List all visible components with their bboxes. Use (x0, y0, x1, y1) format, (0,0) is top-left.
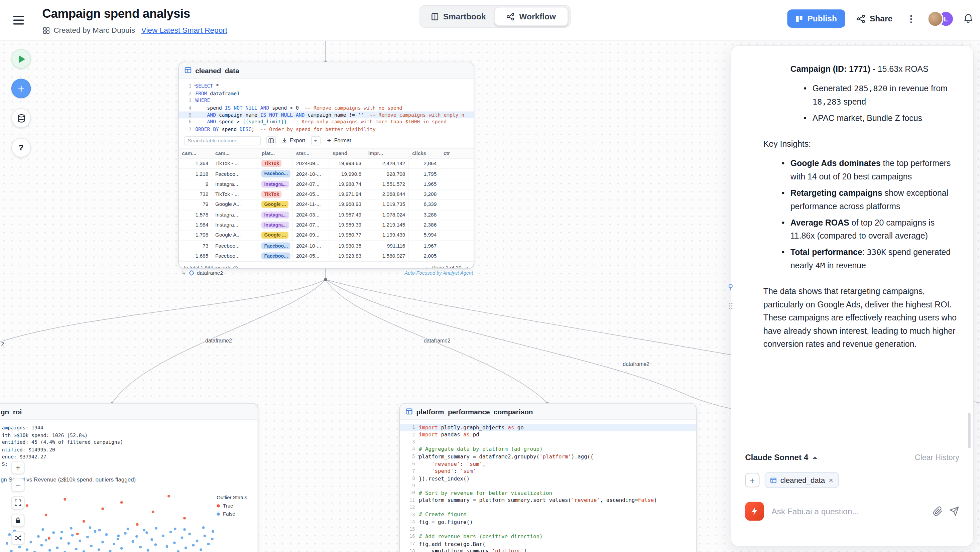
data-sources-button[interactable] (11, 108, 31, 128)
avatar[interactable] (927, 10, 943, 27)
code-line[interactable]: 8}).reset_index() (400, 474, 696, 482)
column-header[interactable]: clicks (409, 149, 441, 158)
node-campaign-roi[interactable]: gn_roi ampaigns: 1944ith ≥$10k spend: 10… (0, 403, 258, 552)
code-line[interactable]: 12 (400, 504, 696, 511)
fit-view-button[interactable] (11, 496, 25, 509)
table-cell (441, 200, 474, 210)
table-cell: 19,923.83 (329, 251, 365, 261)
scatter-point (124, 532, 126, 534)
chat-scrollbar[interactable] (968, 413, 970, 449)
code-line[interactable]: 6 'revenue': 'sum', (400, 460, 696, 468)
zoom-out-button[interactable]: − (11, 479, 25, 492)
node-header[interactable]: gn_roi (0, 404, 258, 420)
attach-button[interactable] (933, 506, 943, 516)
sql-code[interactable]: 1SELECT *2FROM dataframe13WHERE4 spend I… (179, 79, 474, 133)
code-line[interactable]: 4 spend IS NOT NULL AND spend > 0 -- Rem… (179, 104, 474, 111)
table-row[interactable]: 732TikTok - ...TikTok2024-05...19,971.94… (179, 189, 474, 200)
code-line[interactable]: 5 AND campaign_name IS NOT NULL AND camp… (179, 111, 474, 119)
python-code[interactable]: 1import plotly.graph_objects as go2impor… (400, 420, 696, 552)
column-header[interactable]: spend (329, 149, 365, 158)
code-line[interactable]: 6 AND spend > {{spend_limit}} -- Keep on… (179, 119, 474, 126)
run-workflow-button[interactable] (11, 49, 31, 68)
column-header[interactable]: cam... (212, 149, 259, 158)
chat-input[interactable] (770, 506, 926, 517)
tab-smartbook[interactable]: Smartbook (422, 8, 494, 25)
table-cell: 1,078,024 (365, 210, 409, 220)
send-button[interactable] (949, 506, 959, 516)
panel-anchor-icon[interactable] (727, 283, 734, 291)
table-row[interactable]: 1,984Instagra...Instagra...2024-07...19,… (179, 220, 474, 231)
column-header[interactable]: star... (293, 149, 329, 158)
code-line[interactable]: 1import plotly.graph_objects as go (400, 424, 696, 431)
info-icon[interactable] (233, 265, 238, 269)
code-line[interactable]: 7ORDER BY spend DESC; -- Order by spend … (179, 126, 474, 133)
share-button[interactable]: Share (854, 14, 895, 23)
add-node-button[interactable]: + (11, 79, 31, 98)
shuffle-layout-button[interactable] (11, 531, 25, 545)
node-platform-performance[interactable]: platform_performance_comparison 1import … (399, 403, 697, 552)
table-row[interactable]: 1,578Instagra...Instagra...2024-03...19,… (179, 210, 474, 221)
edge-port-dot[interactable] (324, 278, 327, 281)
next-page-button[interactable]: › (466, 264, 469, 269)
format-button[interactable]: Format (326, 137, 351, 144)
code-line[interactable]: 3WHERE (179, 97, 474, 104)
code-line[interactable]: 16# Add revenue bars (positive direction… (400, 533, 696, 540)
code-line[interactable]: 5platform_summary = dataframe2.groupby('… (400, 453, 696, 460)
node-header[interactable]: cleaned_data (179, 62, 474, 79)
node-title: cleaned_data (195, 67, 239, 74)
prev-page-button[interactable]: ‹ (425, 264, 427, 269)
table-row[interactable]: 73Faceboo...Faceboo...2024-10-...19,930.… (179, 241, 474, 251)
node-cleaned-data[interactable]: cleaned_data 1SELECT *2FROM dataframe13W… (178, 62, 474, 269)
column-header[interactable]: impr... (365, 149, 409, 158)
table-row[interactable]: 1,364TikTok - ...TikTok2024-09...19,993.… (179, 159, 474, 169)
help-button[interactable]: ? (11, 138, 31, 157)
smart-report-link[interactable]: View Latest Smart Report (142, 26, 227, 34)
code-line[interactable]: 1SELECT * (179, 83, 474, 90)
output-dataframe-chip[interactable]: ↳ dataframe2 (181, 269, 223, 276)
code-line[interactable]: 10# Sort by revenue for better visualiza… (400, 489, 696, 496)
table-cell: 2024-05... (293, 251, 329, 261)
context-chip[interactable]: cleaned_data × (765, 472, 839, 488)
table-row[interactable]: 1,685Faceboo...Faceboo...2024-05...19,92… (179, 251, 474, 261)
lock-button[interactable] (11, 514, 25, 527)
panel-drag-handle[interactable] (728, 302, 733, 310)
search-input[interactable] (184, 136, 261, 145)
more-options-button[interactable]: ⋮ (904, 13, 918, 24)
platform-badge: TikTok (262, 160, 282, 167)
column-header[interactable]: plat... (258, 149, 293, 158)
code-line[interactable]: 2import pandas as pd (400, 431, 696, 438)
code-line[interactable]: 13# Create figure (400, 511, 696, 518)
code-line[interactable]: 2FROM dataframe1 (179, 89, 474, 97)
code-line[interactable]: 3 (400, 438, 696, 446)
code-line[interactable]: 15 (400, 526, 696, 533)
export-button[interactable]: Export (282, 137, 305, 144)
code-line[interactable]: 11platform_summary = platform_summary.so… (400, 496, 696, 504)
publish-button[interactable]: Publish (787, 10, 845, 28)
scatter-point (113, 542, 115, 545)
scatter-point (76, 533, 78, 535)
code-line[interactable]: 9 (400, 482, 696, 489)
code-line[interactable]: 18 y=platform_summary['platform'], (400, 547, 696, 552)
code-line[interactable]: 4# Aggregate data by platform (ad group) (400, 445, 696, 453)
code-line[interactable]: 14fig = go.Figure() (400, 518, 696, 526)
node-header[interactable]: platform_performance_comparison (400, 404, 696, 420)
table-row[interactable]: 79Google A...Google ...2024-11-...19,968… (179, 200, 474, 210)
code-line[interactable]: 7 'spend': 'sum' (400, 468, 696, 475)
table-row[interactable]: 1,708Google A...Google ...2024-09...19,9… (179, 231, 474, 241)
table-row[interactable]: 9Instagra...Instagra...2024-07...19,988.… (179, 179, 474, 189)
menu-icon[interactable] (13, 13, 27, 26)
model-selector[interactable]: Claude Sonnet 4 (745, 453, 818, 462)
clear-history-button[interactable]: Clear History (915, 453, 959, 462)
export-dropdown[interactable] (311, 136, 320, 145)
play-icon (19, 55, 25, 63)
notifications-button[interactable] (963, 13, 974, 24)
column-header[interactable]: cam... (179, 149, 212, 158)
zoom-in-button[interactable]: + (11, 461, 25, 474)
add-context-button[interactable]: + (745, 473, 759, 487)
columns-button[interactable] (266, 136, 276, 145)
code-line[interactable]: 17fig.add_trace(go.Bar( (400, 540, 696, 547)
tab-workflow[interactable]: Workflow (494, 7, 568, 26)
column-header[interactable]: ctr (441, 149, 474, 158)
table-row[interactable]: 1,218Faceboo...Faceboo...2024-10-...19,9… (179, 169, 474, 180)
remove-context-icon[interactable]: × (829, 476, 833, 485)
